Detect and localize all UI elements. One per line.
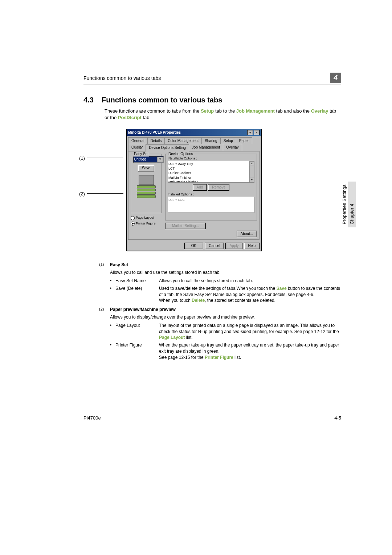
tab-general[interactable]: General bbox=[128, 137, 148, 144]
mailbin-button[interactable]: Mailbin Setting... bbox=[165, 223, 206, 229]
chevron-down-icon[interactable]: ▼ bbox=[157, 157, 163, 162]
about-button[interactable]: About... bbox=[237, 231, 257, 237]
apply-button[interactable]: Apply bbox=[225, 243, 242, 249]
intro-overlay: Overlay bbox=[311, 108, 328, 114]
sub-printerfigure-desc: When the paper take-up tray and the pape… bbox=[159, 342, 341, 360]
sub-easysetname-desc: Allows you to call the settings stored i… bbox=[159, 278, 341, 284]
desc2-num: (2) bbox=[99, 307, 110, 313]
sub-savedelete: Save (Delete) bbox=[115, 285, 159, 304]
remove-button[interactable]: Remove bbox=[208, 184, 229, 191]
help-icon[interactable]: ? bbox=[247, 130, 253, 135]
sub-pagelayout: Page Layout bbox=[115, 323, 159, 341]
desc1-title: Easy Set bbox=[110, 262, 128, 268]
close-icon[interactable]: × bbox=[254, 130, 260, 135]
easy-set-select[interactable]: Untitled ▼ bbox=[133, 156, 164, 163]
tab-colormgmt[interactable]: Color Management bbox=[164, 137, 202, 144]
help-button[interactable]: Help bbox=[244, 243, 260, 249]
callout-1: (1) bbox=[79, 155, 85, 162]
ok-button[interactable]: OK bbox=[184, 243, 203, 249]
intro-jobmgmt: Job Management bbox=[236, 108, 275, 114]
sub-savedelete-desc: Used to save/delete the settings of tabs… bbox=[159, 285, 341, 304]
desc2-title: Paper preview/Machine preview bbox=[110, 307, 176, 313]
dialog-title: Minolta Di470 PCL6 Properties bbox=[128, 130, 181, 135]
sub-pagelayout-desc: The layout of the printed data on a sing… bbox=[159, 323, 341, 341]
section-num: 4.3 bbox=[83, 96, 94, 104]
desc1-num: (1) bbox=[99, 262, 110, 268]
installed-listbox[interactable]: Dup + LCC bbox=[168, 197, 254, 213]
intro-setup: Setup bbox=[201, 108, 214, 114]
dialog-titlebar: Minolta Di470 PCL6 Properties ? × bbox=[127, 129, 261, 136]
page-layout-radio[interactable]: Page Layout bbox=[131, 215, 162, 220]
scroll-up-icon[interactable]: ▲ bbox=[250, 161, 254, 166]
intro-p2: tab to the bbox=[214, 108, 236, 114]
desc2-body: Allows you to display/change over the pa… bbox=[110, 314, 341, 320]
header-text: Functions common to various tabs bbox=[83, 75, 161, 81]
installable-listbox[interactable]: Dup + 2way Tray LCT Duplex Cabinet Mailb… bbox=[168, 161, 254, 183]
intro-postscript: PostScript bbox=[118, 115, 142, 120]
intro-p3: tab and also the bbox=[275, 108, 311, 114]
tab-jobmgmt[interactable]: Job Management bbox=[189, 144, 223, 151]
device-options-label: Device Options bbox=[168, 151, 194, 157]
add-button[interactable]: Add bbox=[193, 184, 207, 191]
easy-set-label: Easy Set bbox=[133, 151, 149, 157]
installable-label: INstallable Options : bbox=[168, 156, 254, 161]
sub-easysetname: Easy Set Name bbox=[115, 278, 159, 284]
tab-sharing[interactable]: Sharing bbox=[201, 137, 220, 144]
sub-printerfigure: Printer Figure bbox=[115, 342, 159, 360]
installed-label: Installed Options : bbox=[168, 192, 254, 197]
tab-quality[interactable]: Quality bbox=[128, 144, 146, 151]
tab-paper[interactable]: Paper bbox=[236, 137, 252, 144]
section-title: Functions common to various tabs bbox=[102, 96, 222, 104]
save-button[interactable]: Save bbox=[138, 165, 154, 171]
properties-dialog: Minolta Di470 PCL6 Properties ? × Genera… bbox=[126, 129, 261, 251]
footer-right: 4-5 bbox=[334, 415, 341, 421]
callout-2: (2) bbox=[79, 191, 85, 197]
intro-p1: These functions are common to tabs from … bbox=[105, 108, 201, 114]
scrollbar[interactable]: ▲ ▼ bbox=[249, 161, 254, 182]
tab-device-options[interactable]: Device Options Setting bbox=[146, 144, 189, 151]
cancel-button[interactable]: Cancel bbox=[205, 243, 224, 249]
tab-overlay[interactable]: Overlay bbox=[223, 144, 242, 151]
tab-details[interactable]: Details bbox=[147, 137, 165, 144]
tab-setup[interactable]: Setup bbox=[220, 137, 236, 144]
desc1-body: Allows you to call and use the settings … bbox=[110, 270, 341, 276]
chapter-box: 4 bbox=[330, 73, 341, 83]
printer-figure-radio[interactable]: Printer Figure bbox=[131, 221, 162, 226]
printer-figure-icon bbox=[135, 175, 157, 197]
scroll-down-icon[interactable]: ▼ bbox=[250, 178, 254, 182]
footer-left: Pi4700e bbox=[83, 415, 101, 421]
intro-p5: tab. bbox=[142, 115, 151, 120]
side-tab: Properties Settings Chapter 4 bbox=[340, 182, 356, 227]
